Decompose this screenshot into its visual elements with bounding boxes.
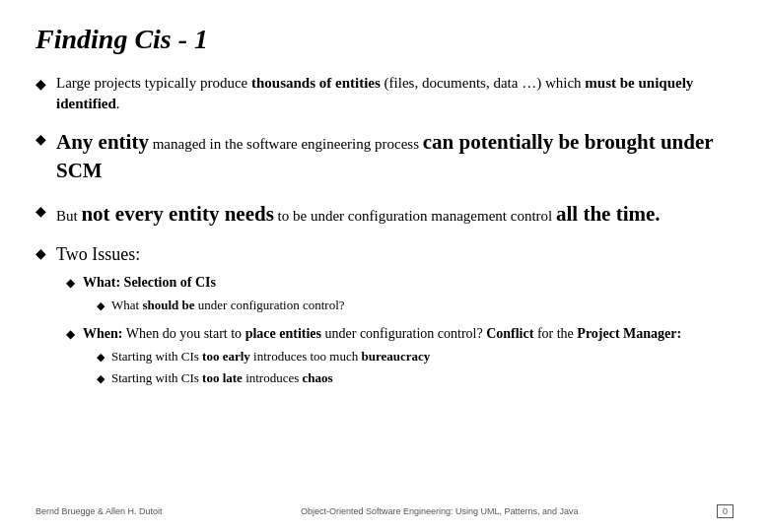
two-issues-label: Two Issues:	[56, 244, 140, 264]
footer-right: Object-Oriented Software Engineering: Us…	[301, 506, 579, 516]
footer: Bernd Bruegge & Allen H. Dutoit Object-O…	[35, 504, 734, 518]
sub-sub-diamond-2: ◆	[97, 350, 105, 365]
footer-page: 0	[717, 504, 734, 518]
bold-conflict: Conflict	[486, 326, 533, 341]
bullet-diamond-2: ◆	[35, 130, 46, 150]
sub-sub-text-3: Starting with CIs too late introduces ch…	[111, 369, 333, 387]
bold-bureaucracy: bureaucracy	[361, 349, 430, 364]
bullet-text-3: But not every entity needs to be under c…	[56, 200, 734, 229]
bold-should-be: should be	[142, 298, 194, 312]
bullet-diamond-4: ◆	[35, 244, 46, 264]
sub-sub-list-when: ◆ Starting with CIs too early introduces…	[83, 348, 681, 387]
bullet-text-1: Large projects typically produce thousan…	[56, 73, 734, 114]
sub-list: ◆ What: Selection of CIs ◆ What should b…	[56, 273, 734, 391]
bold-too-late: too late	[202, 370, 243, 385]
bullet-text-2: Any entity managed in the software engin…	[56, 128, 734, 186]
main-bullet-list: ◆ Large projects typically produce thous…	[35, 73, 734, 397]
bold-chaos: chaos	[303, 370, 333, 385]
sub-text-what: What: Selection of CIs ◆ What should be …	[83, 273, 345, 318]
sub-sub-item-should: ◆ What should be under configuration con…	[97, 297, 345, 314]
sub-sub-diamond-1: ◆	[97, 299, 105, 313]
sub-sub-text-1: What should be under configuration contr…	[111, 297, 345, 314]
sub-sub-diamond-3: ◆	[97, 371, 105, 386]
sub-item-when: ◆ When: When do you start to place entit…	[66, 324, 734, 391]
sub-text-when: When: When do you start to place entitie…	[83, 324, 681, 391]
bold-what: What: Selection of CIs	[83, 275, 216, 290]
sub-sub-item-too-late: ◆ Starting with CIs too late introduces …	[97, 369, 681, 387]
sub-sub-list-what: ◆ What should be under configuration con…	[83, 297, 345, 314]
bullet-text-4: Two Issues: ◆ What: Selection of CIs ◆ W…	[56, 242, 734, 397]
sub-sub-text-2: Starting with CIs too early introduces t…	[111, 348, 430, 366]
sub-sub-item-too-early: ◆ Starting with CIs too early introduces…	[97, 348, 681, 366]
large-all-time: all the time.	[556, 202, 661, 226]
normal-but: But	[56, 208, 81, 224]
normal-managed: managed in the software engineering proc…	[153, 136, 419, 152]
large-any-entity: Any entity	[56, 130, 149, 154]
slide-title: Finding Cis - 1	[35, 24, 734, 55]
bullet-diamond-3: ◆	[35, 202, 46, 222]
footer-left: Bernd Bruegge & Allen H. Dutoit	[35, 506, 163, 516]
sub-diamond-when: ◆	[66, 326, 75, 343]
bullet-item-2: ◆ Any entity managed in the software eng…	[35, 128, 734, 186]
bullet-item-4: ◆ Two Issues: ◆ What: Selection of CIs ◆…	[35, 242, 734, 397]
slide: Finding Cis - 1 ◆ Large projects typical…	[0, 0, 769, 532]
bullet-item-3: ◆ But not every entity needs to be under…	[35, 200, 734, 229]
bold-project-manager: Project Manager:	[577, 326, 681, 341]
sub-diamond-what: ◆	[66, 275, 75, 292]
bold-too-early: too early	[202, 349, 250, 364]
bullet-diamond-1: ◆	[35, 75, 46, 95]
bullet-item-1: ◆ Large projects typically produce thous…	[35, 73, 734, 114]
bold-place-entities: place entities	[245, 326, 321, 341]
large-not-every: not every entity needs	[81, 202, 273, 226]
normal-to-be: to be under configuration management con…	[278, 208, 556, 224]
sub-item-what: ◆ What: Selection of CIs ◆ What should b…	[66, 273, 734, 318]
bold-thousands: thousands of entities	[251, 75, 381, 91]
bold-when: When:	[83, 326, 122, 341]
